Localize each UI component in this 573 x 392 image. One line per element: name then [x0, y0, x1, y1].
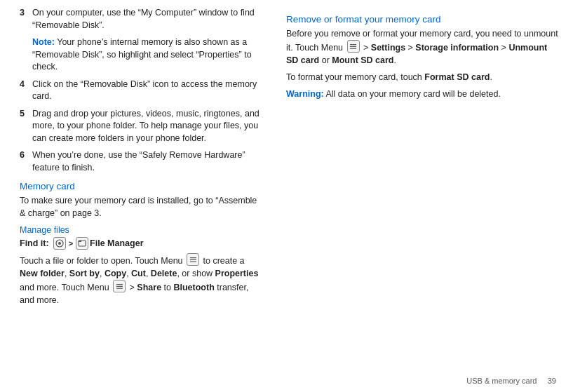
svg-rect-8 — [116, 285, 123, 286]
item-text-6: When you’re done, use the “Safely Remove… — [32, 149, 261, 174]
list-item-5: 5 Drag and drop your pictures, videos, m… — [20, 108, 261, 145]
share-label: Share — [137, 283, 161, 292]
svg-rect-7 — [116, 284, 123, 285]
left-column: MOTOROLA CONFIDENTIAL 3 On your computer… — [0, 0, 274, 392]
file-manager-icon[interactable] — [76, 237, 88, 250]
remove-format-para1: Before you remove or format your memory … — [286, 27, 560, 67]
memory-card-heading: Memory card — [20, 181, 261, 191]
svg-rect-9 — [116, 288, 123, 288]
item-number-6: 6 — [20, 149, 29, 174]
svg-rect-6 — [190, 261, 196, 262]
item-text-5: Drag and drop your pictures, videos, mus… — [32, 108, 261, 145]
note-label: Note: — [32, 37, 55, 47]
launcher-icon[interactable] — [53, 237, 66, 250]
copy-label: Copy — [105, 269, 126, 278]
list-item-6: 6 When you’re done, use the “Safely Remo… — [20, 149, 261, 174]
warning-block: Warning: All data on your memory card wi… — [286, 88, 560, 100]
remove-format-heading: Remove or format your memory card — [286, 14, 560, 25]
menu-icon-3[interactable] — [347, 40, 360, 53]
page-container: MOTOROLA CONFIDENTIAL 3 On your computer… — [0, 0, 573, 392]
mount-label: Mount SD card — [332, 55, 393, 65]
list-item-3: 3 On your computer, use the “My Computer… — [20, 7, 261, 32]
page-footer: USB & memory card 39 — [466, 377, 556, 385]
svg-point-1 — [58, 242, 61, 245]
find-it-text: File Manager — [90, 238, 143, 248]
settings-label: Settings — [371, 43, 405, 53]
item-number-3: 3 — [20, 7, 29, 32]
arrow-separator-1: > — [69, 239, 73, 248]
manage-files-body: Touch a file or folder to open. Touch Me… — [20, 253, 261, 306]
new-folder-label: New folder — [20, 269, 65, 278]
page-number: 39 — [548, 377, 556, 385]
list-item-4: 4 Click on the “Removable Disk” icon to … — [20, 79, 261, 103]
menu-icon-2[interactable] — [113, 280, 126, 292]
warning-label: Warning: — [286, 89, 324, 99]
find-it-label: Find it: — [20, 238, 49, 248]
svg-rect-11 — [350, 46, 356, 46]
storage-info-label: Storage information — [415, 43, 499, 53]
item-number-4: 4 — [20, 79, 29, 103]
warning-text: All data on your memory card will be del… — [326, 89, 501, 99]
svg-rect-3 — [79, 241, 81, 242]
format-sd-label: Format SD card — [424, 72, 490, 82]
item-number-5: 5 — [20, 108, 29, 145]
svg-rect-12 — [350, 48, 356, 48]
delete-label: Delete — [151, 269, 177, 278]
menu-icon-1[interactable] — [187, 253, 199, 266]
cut-label: Cut — [131, 269, 146, 278]
find-it-row: Find it: > File Manager — [20, 237, 261, 250]
footer-section-label: USB & memory card — [466, 377, 537, 385]
svg-rect-10 — [350, 44, 356, 45]
item-text-3: On your computer, use the “My Computer” … — [32, 7, 261, 32]
svg-rect-5 — [190, 259, 196, 260]
properties-label: Properties — [215, 269, 259, 278]
note-text: Your phone’s internal memory is also sho… — [32, 37, 252, 72]
svg-rect-4 — [190, 257, 196, 258]
remove-format-para2: To format your memory card, touch Format… — [286, 71, 560, 83]
manage-files-heading: Manage files — [20, 225, 261, 235]
bluetooth-label: Bluetooth — [173, 283, 214, 292]
item-text-4: Click on the “Removable Disk” icon to ac… — [32, 79, 261, 103]
memory-card-intro: To make sure your memory card is install… — [20, 194, 261, 219]
right-column: DRAFT - MOTOROLA CONFIDENTIAL & PROPRIET… — [274, 0, 573, 392]
sort-by-label: Sort by — [69, 269, 100, 278]
note-block: Note: Your phone’s internal memory is al… — [20, 36, 261, 74]
